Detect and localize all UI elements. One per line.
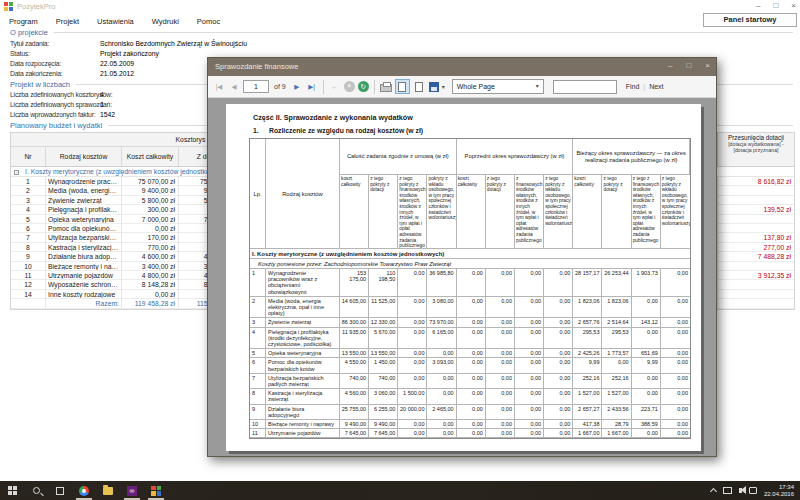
cell-value: 110 198,50 bbox=[369, 269, 398, 297]
cell-total: 300,00 zł bbox=[122, 205, 179, 213]
cell-value: 0,00 bbox=[398, 420, 427, 429]
section-o-projekcie: O projekcie bbox=[10, 28, 793, 37]
report-subheading: 1.Rozliczenie ze względu na rodzaj koszt… bbox=[253, 127, 423, 134]
cell-value: 0,00 bbox=[515, 318, 544, 327]
cell-value: 0,00 bbox=[398, 318, 427, 327]
search-button[interactable] bbox=[24, 481, 48, 500]
field-value: 1542 bbox=[100, 111, 115, 118]
cell-value: 0,00 bbox=[398, 269, 427, 297]
cell-nr: 5 bbox=[11, 215, 46, 223]
cell-name: Bieżące remonty i naprawy bbox=[266, 420, 340, 429]
print-layout-toggle[interactable] bbox=[395, 79, 410, 94]
network-icon[interactable] bbox=[723, 487, 732, 494]
last-page-button[interactable]: ▶| bbox=[306, 80, 318, 94]
cell-value: 0,00 bbox=[661, 349, 690, 358]
cell-value: 0,00 bbox=[398, 358, 427, 373]
report-titlebar[interactable]: Sprawozdanie finansowe – □ × bbox=[208, 58, 716, 76]
cell-value: 13 550,00 bbox=[340, 349, 369, 358]
folder-icon bbox=[103, 487, 113, 495]
menu-projekt[interactable]: Projekt bbox=[47, 17, 88, 26]
chrome-taskbar-button[interactable] bbox=[72, 481, 96, 500]
col-header-nr[interactable]: Nr bbox=[11, 147, 46, 166]
cell-value: 0,00 bbox=[515, 405, 544, 420]
taskbar: ∞ 17:34 22.04.2016 bbox=[0, 481, 800, 500]
cell-value: 1 667,00 bbox=[573, 429, 602, 438]
cell-value: 0,00 bbox=[544, 328, 573, 350]
cell-value: 252,16 bbox=[602, 374, 631, 389]
refresh-button[interactable]: ↻ bbox=[358, 81, 369, 92]
print-button[interactable] bbox=[380, 84, 392, 92]
stop-button[interactable]: ✕ bbox=[344, 81, 355, 92]
cell-lp: 11 bbox=[250, 429, 266, 438]
report-maximize-button[interactable]: □ bbox=[686, 58, 691, 76]
first-page-button[interactable]: |◀ bbox=[213, 80, 225, 94]
cell-value: 0,00 bbox=[457, 374, 486, 389]
volume-icon[interactable] bbox=[739, 488, 742, 493]
report-minimize-button[interactable]: – bbox=[668, 58, 672, 76]
taskbar-clock[interactable]: 17:34 22.04.2016 bbox=[764, 484, 798, 498]
clock-date: 22.04.2016 bbox=[764, 491, 794, 498]
start-button[interactable] bbox=[0, 481, 24, 500]
section-title: Projekt w liczbach bbox=[10, 80, 70, 89]
maximize-button[interactable]: □ bbox=[773, 0, 778, 12]
cell-value: 14 605,00 bbox=[340, 297, 369, 319]
cell-total: 4 600,00 zł bbox=[122, 252, 179, 260]
menu-pomoc[interactable]: Pomoc bbox=[188, 17, 229, 26]
cell-value: 295,53 bbox=[602, 328, 631, 350]
action-center-icon[interactable] bbox=[749, 487, 757, 494]
cell-nr: 2 bbox=[11, 186, 46, 194]
report-close-button[interactable]: × bbox=[705, 58, 710, 76]
cell-value: 11 935,00 bbox=[340, 328, 369, 350]
report-subcol: z tego pokryty z wkładu osobowego, w tym… bbox=[544, 175, 573, 249]
cell-value: 0,00 bbox=[661, 389, 690, 404]
pozytekpro-taskbar-button[interactable] bbox=[144, 481, 168, 500]
page-number-input[interactable]: 1 bbox=[243, 80, 269, 93]
cell-value: 0,00 bbox=[515, 374, 544, 389]
cell-value: 1 450,00 bbox=[369, 358, 398, 373]
col-header-przesuniecia[interactable]: Przesunięcia dotacji [dotacja wydatkowan… bbox=[717, 133, 794, 167]
menu-ustawienia[interactable]: Ustawienia bbox=[88, 17, 143, 26]
hidden-icons-chevron[interactable] bbox=[710, 488, 717, 495]
report-page: Część II. Sprawozdanie z wykonania wydat… bbox=[226, 104, 701, 451]
cell-total: 170,00 zł bbox=[122, 233, 179, 241]
cell-value: 0,00 bbox=[632, 328, 661, 350]
panel-startowy-button[interactable]: Panel startowy bbox=[703, 13, 797, 27]
next-button[interactable]: Next bbox=[649, 83, 663, 90]
next-page-button[interactable]: ▶ bbox=[291, 80, 303, 94]
file-explorer-button[interactable] bbox=[96, 481, 120, 500]
report-subcol: pokryty z wkładu osobowego, w tym pracy … bbox=[427, 175, 456, 249]
prev-page-button[interactable]: ◀ bbox=[228, 80, 240, 94]
menu-program[interactable]: Program bbox=[0, 17, 47, 26]
cell-value: 20 000,00 bbox=[398, 405, 427, 420]
back-button[interactable]: ← bbox=[329, 80, 341, 94]
find-button[interactable]: Find bbox=[626, 83, 640, 90]
visual-studio-button[interactable]: ∞ bbox=[120, 481, 144, 500]
cell-value: 0,00 bbox=[544, 405, 573, 420]
col-header-rodzaj[interactable]: Rodzaj kosztów bbox=[46, 147, 122, 166]
cell-name: Wynagrodzenie pracowników wraz... bbox=[46, 177, 122, 185]
cell-value: 1 500,00 bbox=[398, 389, 427, 404]
menu-wydruki[interactable]: Wydruki bbox=[143, 17, 188, 26]
page-setup-button[interactable] bbox=[415, 82, 423, 92]
cell-przesuniecie: 7 488,28 zł bbox=[718, 252, 794, 260]
task-view-button[interactable] bbox=[48, 481, 72, 500]
export-dropdown-caret[interactable]: ▾ bbox=[442, 83, 445, 90]
collapse-icon[interactable]: - bbox=[14, 170, 19, 175]
cell-value: 0,00 bbox=[661, 405, 690, 420]
task-view-icon bbox=[56, 487, 64, 495]
field-value: 21.05.2012 bbox=[100, 70, 134, 77]
cell-value: 7 645,00 bbox=[340, 429, 369, 438]
report-table-row: 6 Pomoc dla opiekunów bezpańskich kotów … bbox=[250, 358, 690, 373]
cell-przesuniecie bbox=[718, 196, 794, 204]
minimize-button[interactable]: – bbox=[756, 0, 760, 12]
export-button[interactable] bbox=[429, 82, 439, 92]
col-header-koszt[interactable]: Koszt całkowity bbox=[122, 147, 179, 166]
close-button[interactable]: × bbox=[791, 0, 796, 12]
cell-value: 6 255,00 bbox=[369, 405, 398, 420]
report-view-area[interactable]: Część II. Sprawozdanie z wykonania wydat… bbox=[208, 98, 716, 456]
zoom-select[interactable]: Whole Page ▾ bbox=[452, 79, 544, 94]
report-subcol: z tego pokryty z finansowych środków wła… bbox=[398, 175, 427, 249]
cell-value: 0,00 bbox=[515, 349, 544, 358]
search-input[interactable] bbox=[553, 80, 617, 94]
cell-name: Media (woda, energia elektryczna... bbox=[46, 186, 122, 194]
